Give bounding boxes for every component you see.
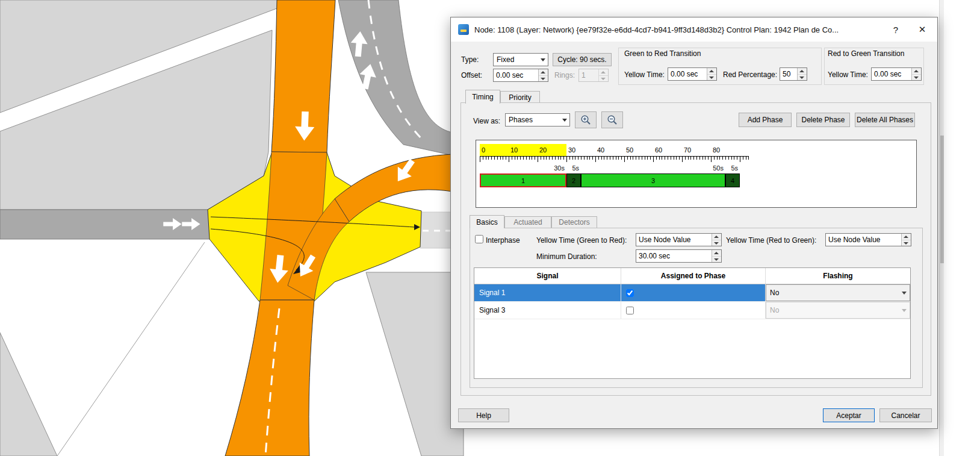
yellow-time-g2r-label: Yellow Time (Green to Red): [536, 236, 627, 245]
dialog-titlebar[interactable]: Node: 1108 (Layer: Network) {ee79f32e-e6… [451, 17, 937, 42]
offset-spinner[interactable]: 0.00 sec [493, 69, 548, 82]
red-percentage-spinner[interactable]: 50 [780, 67, 807, 81]
yellow-time-r2g-value: Use Node Value [826, 234, 901, 246]
dialog-help-button[interactable]: ? [887, 21, 905, 38]
minimum-duration-value: 30.00 sec [636, 250, 712, 262]
type-label: Type: [461, 55, 479, 64]
cycle-button[interactable]: Cycle: 90 secs. [553, 53, 612, 66]
phase-duration-labels: 30s5s50s5s [476, 164, 916, 172]
column-header-flashing: Flashing [766, 268, 910, 284]
app-icon [458, 24, 469, 35]
zoom-in-button[interactable] [575, 111, 597, 128]
spinner-arrows [598, 69, 608, 81]
timeline-ruler: 01020304050607080 [476, 144, 916, 163]
yellow-time-r2g-label: Yellow Time (Red to Green): [726, 236, 816, 245]
g2r-yellow-time-label: Yellow Time: [624, 70, 665, 79]
help-button[interactable]: Help [458, 408, 509, 422]
spinner-arrows[interactable] [901, 234, 911, 246]
flashing-value: No [766, 306, 899, 314]
g2r-yellow-time-spinner[interactable]: 0.00 sec [668, 67, 717, 81]
phase-block[interactable]: 3 [581, 173, 725, 187]
r2g-yellow-time-label: Yellow Time: [828, 70, 868, 79]
flashing-dropdown[interactable]: No [766, 284, 910, 301]
assigned-cell[interactable] [621, 302, 766, 319]
table-row[interactable]: Signal 3 No [474, 302, 910, 319]
offset-label: Offset: [461, 71, 482, 80]
r2g-yellow-time-spinner[interactable]: 0.00 sec [871, 67, 922, 81]
chevron-down-icon [899, 285, 910, 301]
chevron-down-icon [899, 302, 910, 318]
signal-name-cell[interactable]: Signal 1 [474, 284, 621, 301]
chevron-down-icon [559, 114, 569, 126]
tab-timing[interactable]: Timing [465, 90, 500, 104]
interphase-label: Interphase [486, 236, 520, 245]
table-row[interactable]: Signal 1 No [474, 284, 910, 302]
assigned-checkbox[interactable] [626, 307, 634, 314]
delete-phase-button[interactable]: Delete Phase [796, 113, 850, 127]
rings-spinner: 1 [578, 69, 609, 82]
zoom-out-button[interactable] [601, 111, 623, 128]
assigned-cell[interactable] [621, 284, 766, 301]
column-header-signal: Signal [474, 268, 621, 284]
type-dropdown[interactable]: Fixed [493, 53, 548, 66]
spinner-arrows[interactable] [707, 68, 716, 80]
signal-name-cell[interactable]: Signal 3 [474, 302, 621, 319]
phase-block[interactable]: 4 [725, 173, 740, 187]
assigned-checkbox[interactable] [626, 289, 634, 297]
offset-value: 0.00 sec [494, 69, 538, 81]
minimum-duration-label: Minimum Duration: [536, 252, 597, 261]
dialog-close-button[interactable]: ✕ [913, 21, 931, 38]
zoom-out-icon [607, 114, 618, 125]
table-header: Signal Assigned to Phase Flashing [474, 268, 910, 284]
phase-timeline[interactable]: 01020304050607080 30s5s50s5s 1234 [476, 140, 917, 208]
phase-duration-label: 5s [572, 164, 579, 172]
cancel-button[interactable]: Cancelar [879, 408, 932, 422]
view-as-dropdown[interactable]: Phases [505, 113, 570, 126]
phase-duration-label: 5s [731, 164, 738, 172]
yellow-time-g2r-spinner[interactable]: Use Node Value [636, 233, 722, 246]
accept-button[interactable]: Aceptar [823, 408, 875, 422]
column-header-assigned: Assigned to Phase [621, 268, 766, 284]
red-to-green-title: Red to Green Transition [826, 49, 905, 58]
spinner-arrows[interactable] [911, 68, 921, 80]
flashing-cell[interactable]: No [766, 284, 910, 301]
minimum-duration-spinner[interactable]: 30.00 sec [636, 249, 722, 263]
flashing-dropdown: No [766, 302, 910, 319]
phase-block[interactable]: 1 [480, 173, 566, 187]
spinner-arrows[interactable] [712, 250, 721, 262]
tab-actuated[interactable]: Actuated [504, 216, 551, 228]
phase-bar-row: 1234 [476, 173, 916, 187]
green-to-red-title: Green to Red Transition [623, 49, 702, 58]
add-phase-button[interactable]: Add Phase [739, 113, 792, 127]
g2r-yellow-time-value: 0.00 sec [668, 68, 707, 80]
spinner-arrows[interactable] [797, 68, 807, 80]
r2g-yellow-time-value: 0.00 sec [872, 68, 911, 80]
view-as-value: Phases [506, 114, 559, 125]
delete-all-phases-button[interactable]: Delete All Phases [855, 113, 915, 127]
node-control-plan-dialog: Node: 1108 (Layer: Network) {ee79f32e-e6… [450, 17, 938, 429]
flashing-value: No [766, 289, 899, 297]
dialog-title: Node: 1108 (Layer: Network) {ee79f32e-e6… [474, 25, 839, 34]
chevron-down-icon [538, 54, 548, 66]
yellow-time-r2g-spinner[interactable]: Use Node Value [825, 233, 911, 246]
zoom-in-icon [580, 114, 591, 125]
type-value: Fixed [494, 54, 538, 65]
phase-duration-label: 50s [713, 164, 724, 172]
flashing-cell: No [766, 302, 910, 319]
view-as-label: View as: [473, 117, 500, 125]
vertical-scrollbar[interactable] [939, 0, 944, 456]
scrollbar-thumb[interactable] [940, 136, 944, 263]
tab-priority[interactable]: Priority [500, 91, 540, 104]
phase-duration-label: 30s [554, 164, 565, 172]
rings-label: Rings: [554, 71, 575, 80]
signals-table: Signal Assigned to Phase Flashing Signal… [474, 267, 911, 379]
rings-value: 1 [579, 69, 598, 81]
spinner-arrows[interactable] [712, 234, 721, 246]
phase-block[interactable]: 2 [566, 173, 581, 187]
tab-detectors[interactable]: Detectors [551, 216, 597, 228]
interphase-checkbox[interactable] [475, 235, 483, 243]
tab-basics[interactable]: Basics [470, 215, 504, 228]
yellow-time-g2r-value: Use Node Value [636, 234, 712, 246]
red-percentage-value: 50 [780, 68, 797, 80]
spinner-arrows[interactable] [538, 69, 548, 81]
